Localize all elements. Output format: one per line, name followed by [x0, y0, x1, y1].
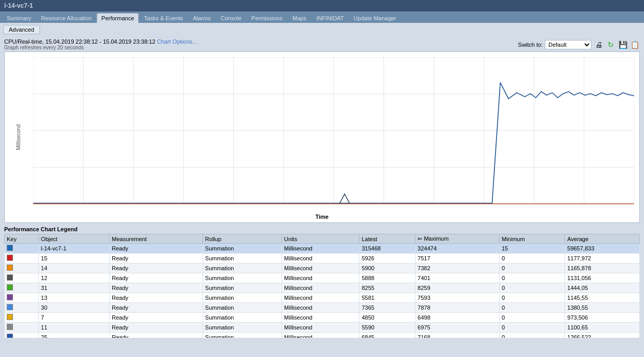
- tab-update_manager[interactable]: Update Manager: [349, 13, 401, 23]
- tab-maps[interactable]: Maps: [288, 13, 311, 23]
- minimum-cell: 0: [499, 313, 565, 323]
- average-cell: 1444,05: [565, 283, 640, 293]
- rollup-cell: Summation: [203, 283, 281, 293]
- table-row[interactable]: 30ReadySummationMillisecond7365787801380…: [5, 303, 640, 313]
- table-row[interactable]: 7ReadySummationMillisecond485064980973,5…: [5, 313, 640, 323]
- tab-performance[interactable]: Performance: [97, 13, 139, 23]
- chart-svg: 400000 300000 200000 100000 0: [33, 57, 634, 204]
- latest-cell: 5888: [359, 273, 415, 283]
- average-cell: 973,506: [565, 313, 640, 323]
- export-icon[interactable]: 📋: [629, 39, 640, 50]
- color-swatch: [7, 265, 13, 271]
- col-header-maximum: ⇐ Maximum: [415, 234, 500, 244]
- average-cell: 1380,55: [565, 303, 640, 313]
- tab-tasks_&_events[interactable]: Tasks & Events: [139, 13, 187, 23]
- tab-alarms[interactable]: Alarms: [188, 13, 215, 23]
- color-swatch: [7, 274, 13, 281]
- chart-header: CPU/Real-time, 15.04.2019 22:38:12 - 15.…: [4, 38, 640, 50]
- chart-container: Millisecond 400000 300000 200000 100000 …: [4, 51, 640, 223]
- units-cell: Millisecond: [282, 333, 359, 338]
- latest-cell: 6845: [359, 333, 415, 338]
- minimum-cell: 0: [499, 283, 565, 293]
- measurement-cell: Ready: [110, 293, 203, 303]
- switch-select[interactable]: Default: [545, 40, 592, 49]
- table-row[interactable]: 13ReadySummationMillisecond5581759301145…: [5, 293, 640, 303]
- object-cell: 30: [38, 303, 109, 313]
- x-axis-label: Time: [315, 214, 328, 220]
- minimum-cell: 0: [499, 273, 565, 283]
- col-header-units: Units: [282, 234, 359, 244]
- average-cell: 1177,972: [565, 254, 640, 263]
- measurement-cell: Ready: [110, 323, 203, 333]
- color-swatch: [7, 284, 13, 290]
- chart-inner: 400000 300000 200000 100000 0: [33, 57, 634, 204]
- units-cell: Millisecond: [282, 293, 359, 303]
- table-row[interactable]: 14ReadySummationMillisecond5900738201165…: [5, 263, 640, 273]
- table-row[interactable]: 15ReadySummationMillisecond5926751701177…: [5, 254, 640, 263]
- tab-summary[interactable]: Summary: [2, 13, 36, 23]
- units-cell: Millisecond: [282, 323, 359, 333]
- color-swatch: [7, 304, 13, 310]
- latest-cell: 315468: [359, 244, 415, 254]
- minimum-cell: 0: [499, 323, 565, 333]
- tab-console[interactable]: Console: [216, 13, 246, 23]
- rollup-cell: Summation: [203, 273, 281, 283]
- object-cell: 7: [38, 313, 109, 323]
- object-cell: 11: [38, 323, 109, 333]
- color-swatch: [7, 314, 13, 320]
- table-row[interactable]: 25ReadySummationMillisecond6845716801266…: [5, 333, 640, 338]
- legend-section: Performance Chart Legend KeyObjectMeasur…: [4, 226, 640, 338]
- maximum-cell: 7382: [415, 263, 500, 273]
- object-cell: 25: [38, 333, 109, 338]
- average-cell: 1100,65: [565, 323, 640, 333]
- print-icon[interactable]: 🖨: [594, 39, 604, 50]
- table-row[interactable]: 31ReadySummationMillisecond8255825901444…: [5, 283, 640, 293]
- refresh-icon[interactable]: ↻: [606, 39, 616, 50]
- switch-label: Switch to:: [518, 42, 543, 48]
- tab-bar: SummaryResource AllocationPerformanceTas…: [0, 11, 644, 23]
- measurement-cell: Ready: [110, 244, 203, 254]
- switch-row: Switch to: Default 🖨 ↻ 💾 📋: [518, 39, 640, 50]
- maximum-cell: 8259: [415, 283, 500, 293]
- measurement-cell: Ready: [110, 254, 203, 263]
- rollup-cell: Summation: [203, 323, 281, 333]
- chart-title: CPU/Real-time, 15.04.2019 22:38:12 - 15.…: [4, 38, 197, 45]
- maximum-cell: 324474: [415, 244, 500, 254]
- object-cell: l-14-vc7-1: [38, 244, 109, 254]
- color-swatch: [7, 255, 13, 261]
- units-cell: Millisecond: [282, 254, 359, 263]
- col-header-measurement: Measurement: [110, 234, 203, 244]
- units-cell: Millisecond: [282, 244, 359, 254]
- table-row[interactable]: 12ReadySummationMillisecond5888740101131…: [5, 273, 640, 283]
- rollup-cell: Summation: [203, 293, 281, 303]
- units-cell: Millisecond: [282, 303, 359, 313]
- object-cell: 15: [38, 254, 109, 263]
- advanced-btn-row: Advanced: [0, 23, 644, 36]
- minimum-cell: 0: [499, 333, 565, 338]
- average-cell: 1145,55: [565, 293, 640, 303]
- col-header-key: Key: [5, 234, 39, 244]
- tab-resource_allocation[interactable]: Resource Allocation: [36, 13, 96, 23]
- chart-subtitle: Graph refreshes every 20 seconds: [4, 45, 197, 50]
- latest-cell: 7365: [359, 303, 415, 313]
- latest-cell: 4850: [359, 313, 415, 323]
- table-row[interactable]: 11ReadySummationMillisecond5590697501100…: [5, 323, 640, 333]
- measurement-cell: Ready: [110, 303, 203, 313]
- chart-options-link[interactable]: Chart Options...: [157, 38, 197, 45]
- rollup-cell: Summation: [203, 333, 281, 338]
- save-icon[interactable]: 💾: [618, 39, 628, 50]
- tab-infinidat[interactable]: INFINIDAT: [312, 13, 348, 23]
- measurement-cell: Ready: [110, 273, 203, 283]
- average-cell: 1131,056: [565, 273, 640, 283]
- col-header-average: Average: [565, 234, 640, 244]
- tab-permissions[interactable]: Permissions: [247, 13, 287, 23]
- color-swatch: [7, 294, 13, 300]
- maximum-cell: 6498: [415, 313, 500, 323]
- advanced-button[interactable]: Advanced: [3, 25, 40, 34]
- table-row[interactable]: l-14-vc7-1ReadySummationMillisecond31546…: [5, 244, 640, 254]
- rollup-cell: Summation: [203, 263, 281, 273]
- rollup-cell: Summation: [203, 244, 281, 254]
- measurement-cell: Ready: [110, 313, 203, 323]
- color-swatch: [7, 334, 13, 338]
- rollup-cell: Summation: [203, 254, 281, 263]
